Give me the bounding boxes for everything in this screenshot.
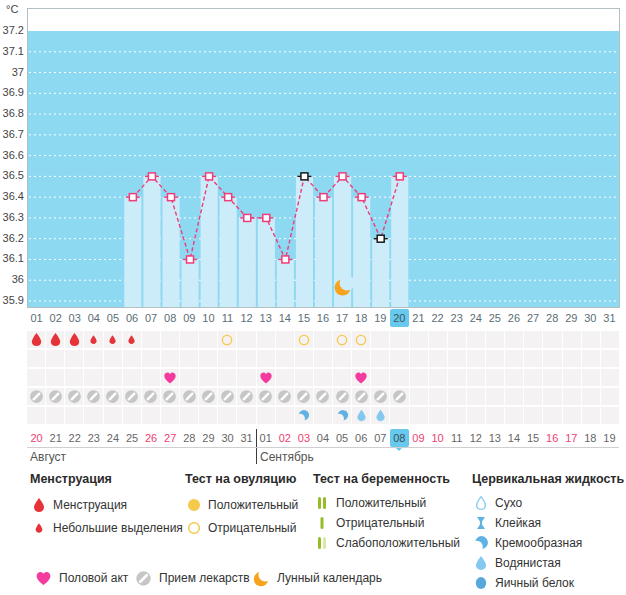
- cycle-day-cell: 06: [122, 309, 141, 327]
- symbol-cell: [46, 350, 64, 367]
- calendar-date-cell: 30: [218, 429, 237, 447]
- symbol-cell: [601, 350, 619, 367]
- cycle-day-cell: 16: [313, 309, 332, 327]
- symbol-cell: [237, 407, 255, 424]
- cycle-day-cell: 14: [275, 309, 294, 327]
- calendar-date-cell: 27: [161, 429, 180, 447]
- cycle-day-cell: 30: [581, 309, 600, 327]
- icon-row-intercourse: [27, 369, 619, 386]
- symbol-cell: [276, 350, 294, 367]
- drop-outline-icon: [472, 495, 489, 511]
- y-axis-tick-label: 36.2: [0, 232, 24, 244]
- symbol-cell: [505, 331, 523, 348]
- symbol-cell: [486, 407, 504, 424]
- y-axis-tick-label: 36.3: [0, 211, 24, 223]
- calendar-date-cell: 17: [562, 429, 581, 447]
- legend-item-label: Слабоположительный: [336, 536, 460, 550]
- calendar-date-cell: 02: [275, 429, 294, 447]
- symbol-cell: [104, 388, 122, 405]
- symbol-cell: [448, 369, 466, 386]
- symbol-cell: [237, 350, 255, 367]
- cycle-day-cell: 10: [199, 309, 218, 327]
- calendar-date-row: 2021222324252627282930310102030405060708…: [27, 429, 619, 447]
- cycle-day-cell: 12: [237, 309, 256, 327]
- bar-one-icon: [313, 515, 330, 531]
- legend-item-label: Прием лекарств: [159, 571, 250, 585]
- symbol-cell: [142, 407, 160, 424]
- symbol-cell: [257, 407, 275, 424]
- symbol-cell: [371, 350, 389, 367]
- calendar-date-cell: 04: [313, 429, 332, 447]
- cycle-day-cell: 09: [180, 309, 199, 327]
- symbol-cell: [505, 407, 523, 424]
- symbol-cell: [582, 350, 600, 367]
- symbol-cell: [543, 407, 561, 424]
- symbol-cell: [161, 350, 179, 367]
- symbol-cell: [448, 331, 466, 348]
- symbol-cell: [237, 388, 255, 405]
- legend-item-label: Яичный белок: [495, 576, 574, 590]
- symbol-cell: [142, 331, 160, 348]
- legend-group-title: Тест на овуляцию: [185, 472, 298, 486]
- symbol-cell: [199, 350, 217, 367]
- symbol-cell: [563, 407, 581, 424]
- calendar-date-cell: 31: [237, 429, 256, 447]
- symbol-cell: [429, 369, 447, 386]
- symbol-cell: [352, 369, 370, 386]
- symbol-cell: [390, 407, 408, 424]
- symbol-cell: [142, 388, 160, 405]
- symbol-cell: [257, 350, 275, 367]
- symbol-cell: [218, 369, 236, 386]
- symbol-cell: [123, 369, 141, 386]
- egg-white-icon: [472, 575, 489, 591]
- symbol-cell: [563, 331, 581, 348]
- y-axis-tick-label: 36.5: [0, 169, 24, 181]
- cycle-day-row: 0102030405060708091011121314151617181920…: [27, 309, 619, 327]
- moon-icon: [253, 570, 270, 587]
- y-axis-tick-label: 36: [0, 273, 24, 285]
- symbol-cell: [123, 407, 141, 424]
- symbol-cell: [161, 331, 179, 348]
- legend-group-3: Тест на беременностьПоложительныйОтрицат…: [313, 472, 460, 553]
- legend-item-label: Небольшие выделения: [53, 521, 183, 535]
- legend-group-title: Менструация: [30, 472, 183, 486]
- symbol-cell: [142, 350, 160, 367]
- calendar-date-cell-today: 08: [390, 429, 409, 447]
- symbol-cell: [601, 331, 619, 348]
- symbol-cell: [467, 388, 485, 405]
- calendar-date-cell: 07: [371, 429, 390, 447]
- legend-item-label: Клейкая: [495, 516, 541, 530]
- legend-item-label: Положительный: [336, 496, 426, 510]
- symbol-cell: [582, 331, 600, 348]
- symbol-cell: [524, 350, 542, 367]
- symbol-cell: [27, 407, 45, 424]
- symbol-cell: [276, 388, 294, 405]
- symbol-cell: [180, 369, 198, 386]
- symbol-cell: [486, 369, 504, 386]
- legend-item: Положительный: [185, 493, 298, 516]
- symbol-cell: [314, 388, 332, 405]
- symbol-cell: [448, 407, 466, 424]
- legend-item: Слабоположительный: [313, 533, 460, 553]
- y-axis-tick-label: 36.1: [0, 252, 24, 264]
- symbol-cell: [390, 331, 408, 348]
- cycle-day-cell: 24: [466, 309, 485, 327]
- calendar-date-cell: 20: [27, 429, 46, 447]
- y-axis-tick-label: 36.6: [0, 149, 24, 161]
- drop-small-icon: [30, 520, 47, 536]
- legend-item: Половой акт: [35, 568, 128, 588]
- calendar-date-cell: 12: [466, 429, 485, 447]
- icon-row-medication: [27, 388, 619, 405]
- bbt-line-chart: [28, 9, 619, 307]
- y-axis-tick-label: 35.9: [0, 294, 24, 306]
- y-axis-tick-label: 36.7: [0, 128, 24, 140]
- legend-item-label: Отрицательный: [208, 521, 296, 535]
- calendar-date-cell: 03: [294, 429, 313, 447]
- cycle-day-cell: 11: [218, 309, 237, 327]
- symbol-cell: [257, 331, 275, 348]
- symbol-cell: [467, 407, 485, 424]
- cycle-day-cell: 28: [543, 309, 562, 327]
- pill-icon: [135, 570, 152, 587]
- symbol-cell: [333, 407, 351, 424]
- symbol-cell: [314, 407, 332, 424]
